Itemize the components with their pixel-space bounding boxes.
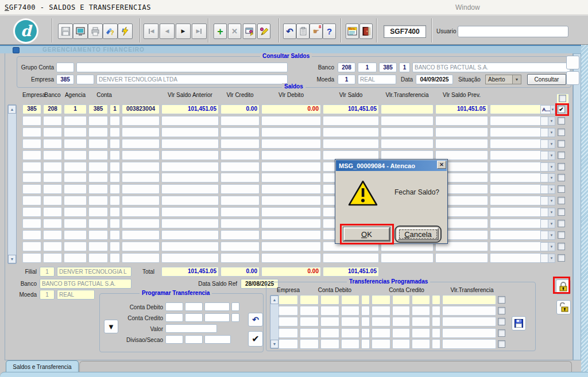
saldos-cell[interactable] — [161, 127, 219, 137]
transfer-cell[interactable] — [412, 328, 430, 338]
saldos-cell[interactable] — [88, 184, 108, 194]
saldos-cell[interactable] — [261, 139, 321, 149]
saldos-cell[interactable] — [261, 253, 321, 263]
saldos-cell[interactable] — [43, 184, 62, 194]
saldos-cell[interactable] — [323, 139, 379, 149]
saldos-cell[interactable] — [43, 230, 62, 240]
saldos-cell[interactable] — [110, 219, 120, 228]
saldos-cell[interactable] — [22, 207, 41, 217]
transfer-cell[interactable] — [392, 317, 410, 327]
saldos-cell[interactable]: 1 — [64, 104, 87, 114]
transfer-cell[interactable] — [341, 317, 359, 327]
banco-desc-field[interactable]: BANCO BTG PACTUAL S.A. — [412, 63, 570, 72]
transfer-cell[interactable] — [361, 295, 370, 305]
menu-window[interactable]: Window — [455, 3, 480, 11]
saldos-cell[interactable] — [381, 139, 434, 149]
transfer-cell[interactable] — [432, 317, 440, 327]
saldos-cell[interactable] — [110, 162, 120, 172]
saldos-cell[interactable] — [88, 242, 108, 251]
chevron-down-icon[interactable]: ▼ — [548, 243, 555, 251]
conta-debito-field-3[interactable] — [204, 302, 230, 311]
saldos-row-checkbox[interactable] — [558, 254, 565, 262]
saldos-status-dropdown[interactable]: ▼ — [540, 173, 555, 182]
ok-button[interactable]: OK — [343, 227, 390, 241]
saldos-cell[interactable] — [323, 127, 379, 137]
saldos-cell[interactable] — [261, 150, 321, 160]
saldos-cell[interactable] — [261, 184, 321, 194]
transfer-cell[interactable] — [300, 295, 319, 305]
saldos-cell[interactable] — [22, 162, 41, 172]
clipboard-button[interactable] — [296, 24, 310, 39]
transfer-cell[interactable] — [432, 339, 440, 349]
saldos-cell[interactable] — [64, 116, 87, 126]
saldos-cell[interactable] — [220, 196, 260, 205]
saldos-cell[interactable] — [110, 207, 120, 217]
transfer-cell[interactable] — [432, 306, 440, 316]
saldos-status-dropdown[interactable]: ▼ — [540, 219, 555, 228]
saldos-status-dropdown[interactable]: ▼ — [540, 185, 555, 194]
transfer-cell[interactable] — [278, 317, 298, 327]
saldos-cell[interactable] — [161, 162, 219, 172]
saldos-cell[interactable] — [43, 162, 62, 172]
saldos-cell[interactable] — [122, 150, 160, 160]
transfer-row-checkbox[interactable] — [498, 296, 505, 304]
moeda-desc-field[interactable]: REAL — [358, 75, 396, 84]
saldos-cell[interactable] — [64, 196, 87, 205]
saldos-cell[interactable]: 101,451.05 — [161, 104, 219, 114]
banco-conta-field[interactable]: 385 — [379, 63, 397, 72]
saldos-cell[interactable] — [220, 139, 260, 149]
saldos-cell[interactable] — [122, 196, 160, 205]
saldos-cell[interactable] — [122, 139, 160, 149]
saldos-row-checkbox[interactable] — [558, 163, 565, 170]
saldos-cell[interactable] — [261, 162, 321, 172]
chevron-down-icon[interactable]: ▼ — [548, 254, 555, 262]
saldos-cell[interactable] — [261, 173, 321, 182]
transfer-cell[interactable] — [300, 328, 319, 338]
saldos-cell[interactable] — [161, 150, 219, 160]
chevron-down-icon[interactable]: ▼ — [548, 220, 555, 228]
saldos-row-checkbox[interactable] — [558, 117, 565, 125]
previous-record-button[interactable]: ◀ — [160, 24, 175, 39]
transfer-cell[interactable] — [372, 317, 390, 327]
saldos-cell[interactable] — [22, 242, 41, 251]
saldos-cell[interactable] — [490, 150, 543, 160]
chevron-down-icon[interactable]: ▼ — [548, 231, 555, 239]
transfer-scrollbar[interactable]: ▲ ▼ — [270, 295, 279, 349]
saldos-cell[interactable] — [161, 196, 219, 205]
menu-button[interactable]: Menu — [346, 24, 359, 39]
transfer-cell[interactable] — [392, 339, 410, 349]
saldos-cell[interactable] — [435, 116, 488, 126]
saldos-cell[interactable] — [64, 184, 87, 194]
transfer-cell[interactable] — [442, 306, 496, 316]
saldos-cell[interactable] — [110, 173, 120, 182]
open-saldo-button[interactable] — [556, 300, 571, 314]
transfer-cell[interactable] — [300, 339, 319, 349]
saldos-cell[interactable] — [261, 196, 321, 205]
saldos-status-dropdown[interactable]: ▼ — [540, 128, 555, 137]
saldos-cell[interactable] — [161, 184, 219, 194]
saldos-cell[interactable] — [88, 207, 108, 217]
transfer-cell[interactable] — [320, 328, 339, 338]
saldos-cell[interactable] — [220, 230, 260, 240]
add-record-button[interactable]: + — [214, 24, 227, 39]
saldos-cell[interactable] — [220, 173, 260, 182]
cancel-button[interactable]: Cancela — [397, 228, 439, 240]
saldos-cell[interactable]: 385 — [88, 104, 108, 114]
saldos-status-dropdown[interactable]: ▼ — [540, 254, 555, 263]
chevron-down-icon[interactable]: ▼ — [550, 106, 555, 114]
divisao-field-2[interactable] — [185, 335, 203, 344]
transfer-cell[interactable] — [392, 328, 410, 338]
saldos-cell[interactable] — [88, 139, 108, 149]
saldos-cell[interactable] — [220, 219, 260, 228]
saldos-status-dropdown[interactable]: ▼ — [540, 196, 555, 205]
saldos-cell[interactable] — [161, 230, 219, 240]
saldos-status-dropdown[interactable]: A...▼ — [540, 105, 555, 114]
saldos-cell[interactable] — [22, 196, 41, 205]
saldos-cell[interactable] — [110, 196, 120, 205]
saldos-cell[interactable] — [381, 104, 434, 114]
saldos-cell[interactable] — [110, 116, 120, 126]
transfer-down-button[interactable]: ▼ — [104, 320, 118, 333]
transfer-cell[interactable] — [320, 306, 339, 316]
close-saldo-button[interactable] — [556, 279, 571, 294]
transfer-cell[interactable] — [361, 339, 370, 349]
